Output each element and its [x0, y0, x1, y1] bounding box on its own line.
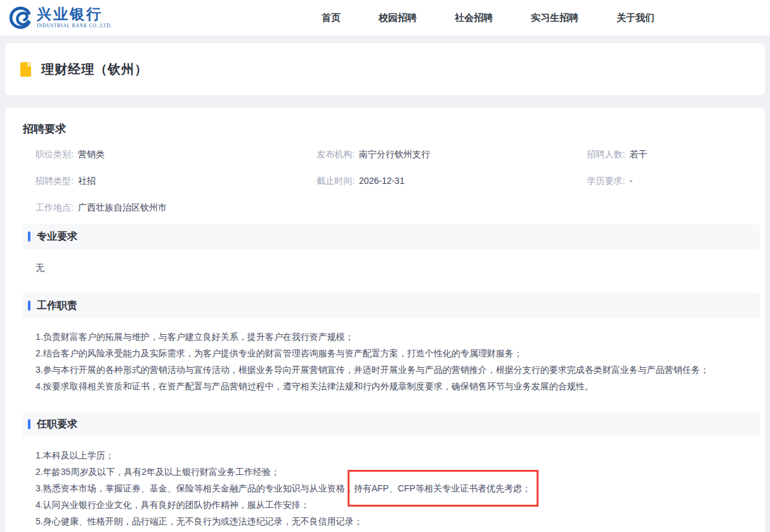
field-label: 职位类别:	[36, 148, 74, 160]
nav-item-campus-recruitment[interactable]: 校园招聘	[379, 12, 417, 24]
field-education-requirement: 学历要求: -	[587, 174, 747, 187]
bank-name-cn: 兴业银行	[37, 7, 112, 22]
field-work-location: 工作地点: 广西壮族自治区钦州市	[36, 201, 316, 214]
section-accent-bar	[28, 301, 30, 311]
field-label: 招聘类型:	[36, 174, 74, 187]
duty-line: 2.结合客户的风险承受能力及实际需求，为客户提供专业的财富管理咨询服务与资产配置…	[36, 345, 747, 361]
nav-item-social-recruitment[interactable]: 社会招聘	[455, 12, 493, 24]
field-label: 工作地点:	[36, 201, 74, 214]
section-accent-bar	[28, 419, 30, 429]
page-body: 理财经理（钦州） 招聘要求 职位类别: 营销类 发布机构: 南宁分行钦州支行 招…	[0, 43, 770, 532]
bank-name-en: INDUSTRIAL BANK CO.,LTD.	[37, 23, 112, 29]
field-value: 营销类	[78, 148, 105, 160]
section-accent-bar	[28, 231, 30, 242]
field-value: 南宁分行钦州支行	[359, 148, 430, 160]
field-label: 发布机构:	[316, 148, 355, 160]
field-value: 社招	[78, 174, 96, 187]
section-header-qualifications: 任职要求	[23, 412, 760, 437]
nav-item-home[interactable]: 首页	[322, 12, 341, 24]
field-headcount: 招聘人数: 若干	[587, 148, 747, 160]
field-value: -	[629, 174, 632, 187]
section-header-job-duties: 工作职责	[23, 293, 760, 318]
field-position-category: 职位类别: 营销类	[36, 148, 316, 160]
field-value: 2026-12-31	[359, 174, 405, 187]
qualification-line: 5.身心健康、性格开朗，品行端正，无不良行为或违法违纪记录，无不良信用记录；	[36, 513, 747, 529]
section-title: 工作职责	[37, 299, 77, 313]
recruitment-requirements-heading: 招聘要求	[23, 122, 747, 136]
field-recruitment-type: 招聘类型: 社招	[36, 174, 316, 187]
page-title: 理财经理（钦州）	[41, 61, 148, 78]
duty-line: 4.按要求取得相关资质和证书，在资产配置与产品营销过程中，遵守相关法律法规和行内…	[36, 378, 747, 394]
bank-logo[interactable]: 兴业银行 INDUSTRIAL BANK CO.,LTD.	[9, 6, 112, 30]
field-label: 招聘人数:	[587, 148, 625, 160]
section-title: 专业要求	[37, 230, 77, 243]
document-icon	[20, 62, 31, 77]
section-header-major-requirements: 专业要求	[23, 224, 760, 249]
main-nav: 首页 校园招聘 社会招聘 实习生招聘 关于我们	[322, 12, 655, 24]
recruitment-fields-grid: 职位类别: 营销类 发布机构: 南宁分行钦州支行 招聘人数: 若干 招聘类型: …	[23, 148, 747, 214]
job-detail-card: 招聘要求 职位类别: 营销类 发布机构: 南宁分行钦州支行 招聘人数: 若干 招…	[5, 108, 765, 532]
field-label: 学历要求:	[587, 174, 625, 187]
section-title: 任职要求	[37, 418, 77, 431]
field-value: 若干	[629, 148, 647, 160]
field-publishing-org: 发布机构: 南宁分行钦州支行	[316, 148, 587, 160]
job-title-card: 理财经理（钦州）	[5, 43, 765, 95]
qualification-line: 3.熟悉资本市场，掌握证券、基金、保险等相关金融产品的专业知识与从业资格，持有A…	[36, 480, 747, 496]
qualification-line: 1.本科及以上学历；	[36, 447, 747, 464]
bank-logo-text: 兴业银行 INDUSTRIAL BANK CO.,LTD.	[37, 7, 112, 29]
section-content-qualifications: 1.本科及以上学历； 2.年龄35周岁及以下，具有2年及以上银行财富业务工作经验…	[23, 437, 747, 532]
nav-item-about-us[interactable]: 关于我们	[617, 12, 655, 24]
top-bar: 兴业银行 INDUSTRIAL BANK CO.,LTD. 首页 校园招聘 社会…	[0, 0, 770, 36]
red-annotation-box: 持有AFP、CFP等相关专业证书者优先考虑；	[348, 470, 538, 507]
major-requirement-text: 无	[36, 259, 747, 276]
field-deadline: 截止时间: 2026-12-31	[316, 174, 587, 187]
nav-item-intern-recruitment[interactable]: 实习生招聘	[531, 12, 578, 24]
qualification-line: 6.符合兴业银行聘用回避有关规定。	[36, 529, 747, 532]
qualification-line-3-prefix: 3.熟悉资本市场，掌握证券、基金、保险等相关金融产品的专业知识与从业资格，	[36, 483, 354, 493]
bank-logo-icon	[9, 6, 33, 30]
duty-line: 3.参与本行开展的各种形式的营销活动与宣传活动，根据业务导向开展营销宣传，并适时…	[36, 361, 747, 378]
field-value: 广西壮族自治区钦州市	[78, 201, 167, 214]
field-label: 截止时间:	[316, 174, 355, 187]
duty-line: 1.负责财富客户的拓展与维护，与客户建立良好关系，提升客户在我行资产规模；	[36, 328, 747, 345]
section-content-job-duties: 1.负责财富客户的拓展与维护，与客户建立良好关系，提升客户在我行资产规模； 2.…	[23, 318, 747, 394]
section-content-major-requirements: 无	[23, 249, 747, 276]
